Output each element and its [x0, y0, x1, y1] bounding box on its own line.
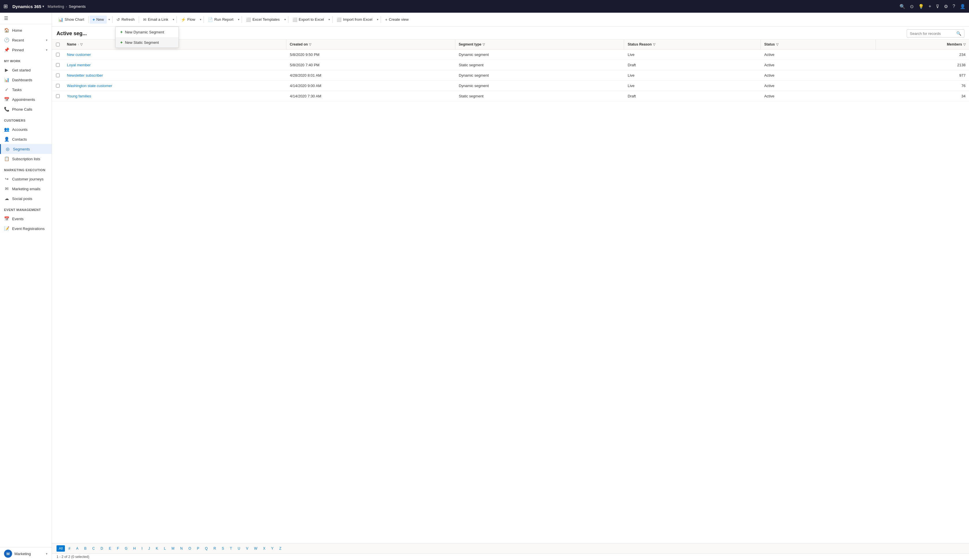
app-brand[interactable]: Dynamics 365 ▾	[12, 4, 44, 9]
sidebar-item-social-posts[interactable]: ☁ Social posts	[0, 194, 52, 203]
import-excel-button[interactable]: ⬜ Import from Excel	[334, 15, 375, 23]
status-reason-filter-icon[interactable]: ▽	[653, 43, 655, 47]
page-letter-r[interactable]: R	[211, 545, 218, 552]
refresh-button[interactable]: ↺ Refresh	[114, 15, 138, 23]
page-letter-hash[interactable]: #	[66, 545, 73, 552]
new-dropdown-arrow[interactable]: ▾	[107, 16, 111, 23]
page-letter-f[interactable]: F	[115, 545, 121, 552]
new-button[interactable]: + New	[90, 15, 107, 23]
page-letter-v[interactable]: V	[244, 545, 251, 552]
sidebar-item-accounts[interactable]: 👥 Accounts	[0, 125, 52, 134]
col-header-members[interactable]: Members ▽	[876, 40, 969, 49]
settings-top-icon[interactable]: ⚙	[944, 4, 948, 9]
page-letter-h[interactable]: H	[131, 545, 138, 552]
row2-name-cell[interactable]: Loyal member	[63, 60, 286, 70]
run-report-button[interactable]: 📄 Run Report	[205, 15, 236, 23]
export-excel-button[interactable]: ⬜ Export to Excel	[290, 15, 327, 23]
sidebar-footer[interactable]: M Marketing ▾	[0, 547, 52, 560]
sidebar-item-recent[interactable]: 🕐 Recent ▾	[0, 35, 52, 45]
add-top-icon[interactable]: +	[929, 4, 931, 9]
sidebar-item-tasks[interactable]: ✓ Tasks	[0, 85, 52, 95]
page-letter-q[interactable]: Q	[203, 545, 210, 552]
sidebar-item-events[interactable]: 📅 Events	[0, 214, 52, 224]
segtype-filter-icon[interactable]: ▽	[483, 43, 485, 47]
page-letter-c[interactable]: C	[90, 545, 97, 552]
status-filter-icon[interactable]: ▽	[776, 43, 778, 47]
row4-checkbox[interactable]	[56, 84, 60, 88]
page-letter-x[interactable]: X	[261, 545, 268, 552]
create-view-button[interactable]: + Create view	[382, 15, 411, 23]
email-link-button[interactable]: ✉ Email a Link	[140, 15, 171, 23]
show-chart-button[interactable]: 📊 Show Chart	[55, 15, 87, 23]
page-letter-t[interactable]: T	[228, 545, 234, 552]
row1-checkbox[interactable]	[56, 53, 60, 56]
email-link-dropdown-arrow[interactable]: ▾	[171, 16, 175, 23]
import-excel-dropdown-arrow[interactable]: ▾	[376, 16, 380, 23]
sidebar-item-segments[interactable]: ◎ Segments	[0, 144, 52, 154]
sidebar-item-pinned[interactable]: 📌 Pinned ▾	[0, 45, 52, 55]
page-letter-m[interactable]: M	[169, 545, 177, 552]
sidebar-item-dashboards[interactable]: 📊 Dashboards	[0, 75, 52, 85]
name-sort-icon[interactable]: ↑	[78, 43, 79, 46]
question-top-icon[interactable]: ?	[952, 4, 955, 9]
page-letter-a[interactable]: A	[74, 545, 81, 552]
row1-name-cell[interactable]: New customer	[63, 50, 286, 60]
excel-templates-button[interactable]: ⬜ Excel Templates	[243, 15, 282, 23]
sidebar-item-phone-calls[interactable]: 📞 Phone Calls	[0, 104, 52, 114]
page-letter-e[interactable]: E	[107, 545, 113, 552]
page-letter-s[interactable]: S	[220, 545, 226, 552]
col-header-status-reason[interactable]: Status Reason ▽	[624, 40, 761, 49]
waffle-menu-icon[interactable]: ⊞	[3, 3, 8, 10]
col-header-created[interactable]: Created on ▽	[286, 40, 455, 49]
user-top-icon[interactable]: 👤	[960, 4, 966, 9]
page-letter-u[interactable]: U	[235, 545, 243, 552]
col-header-segtype[interactable]: Segment type ▽	[455, 40, 624, 49]
help-circle-icon[interactable]: ⊙	[910, 4, 914, 9]
sidebar-item-get-started[interactable]: ▶ Get started	[0, 65, 52, 75]
page-letter-l[interactable]: L	[162, 545, 168, 552]
filter-top-icon[interactable]: ⊽	[936, 4, 939, 9]
page-letter-p[interactable]: P	[195, 545, 201, 552]
page-letter-n[interactable]: N	[178, 545, 185, 552]
new-static-segment-item[interactable]: + New Static Segment	[116, 37, 178, 48]
sidebar-item-subscription-lists[interactable]: 📋 Subscription lists	[0, 154, 52, 164]
breadcrumb-marketing[interactable]: Marketing	[48, 4, 64, 8]
page-letter-k[interactable]: K	[153, 545, 160, 552]
page-letter-all[interactable]: All	[57, 545, 65, 552]
page-letter-o[interactable]: O	[186, 545, 193, 552]
sidebar-item-customer-journeys[interactable]: ↪ Customer journeys	[0, 174, 52, 184]
app-caret-icon[interactable]: ▾	[42, 5, 44, 8]
row3-checkbox[interactable]	[56, 73, 60, 77]
row2-checkbox[interactable]	[56, 63, 60, 67]
page-letter-g[interactable]: G	[123, 545, 130, 552]
search-input[interactable]	[910, 32, 954, 36]
page-letter-z[interactable]: Z	[277, 545, 283, 552]
sidebar-item-marketing-emails[interactable]: ✉ Marketing emails	[0, 184, 52, 194]
members-filter-icon[interactable]: ▽	[963, 43, 966, 47]
col-header-status[interactable]: Status ▽	[761, 40, 876, 49]
sidebar-item-contacts[interactable]: 👤 Contacts	[0, 134, 52, 144]
sidebar-item-event-registrations[interactable]: 📝 Event Registrations	[0, 224, 52, 233]
lightbulb-icon[interactable]: 💡	[918, 4, 924, 9]
page-letter-d[interactable]: D	[98, 545, 105, 552]
created-filter-icon[interactable]: ▽	[309, 43, 311, 47]
search-top-icon[interactable]: 🔍	[899, 4, 905, 9]
breadcrumb-segments[interactable]: Segments	[69, 4, 86, 8]
export-excel-dropdown-arrow[interactable]: ▾	[327, 16, 331, 23]
sidebar-item-appointments[interactable]: 📅 Appointments	[0, 95, 52, 104]
row4-name-cell[interactable]: Washington state customer	[63, 81, 286, 91]
page-letter-j[interactable]: J	[146, 545, 152, 552]
flow-button[interactable]: ⚡ Flow	[178, 15, 198, 23]
row3-name-cell[interactable]: Newsletter subscriber	[63, 70, 286, 80]
page-letter-b[interactable]: B	[82, 545, 89, 552]
row5-name-cell[interactable]: Young families	[63, 91, 286, 101]
flow-dropdown-arrow[interactable]: ▾	[199, 16, 202, 23]
select-all-checkbox[interactable]	[56, 43, 60, 47]
page-letter-y[interactable]: Y	[269, 545, 276, 552]
new-dynamic-segment-item[interactable]: + New Dynamic Segment	[116, 27, 178, 37]
hamburger-icon[interactable]: ☰	[4, 15, 8, 21]
search-box[interactable]: 🔍	[907, 29, 964, 37]
name-filter-icon[interactable]: ▽	[80, 43, 82, 47]
page-letter-w[interactable]: W	[252, 545, 260, 552]
sidebar-item-home[interactable]: 🏠 Home	[0, 25, 52, 35]
